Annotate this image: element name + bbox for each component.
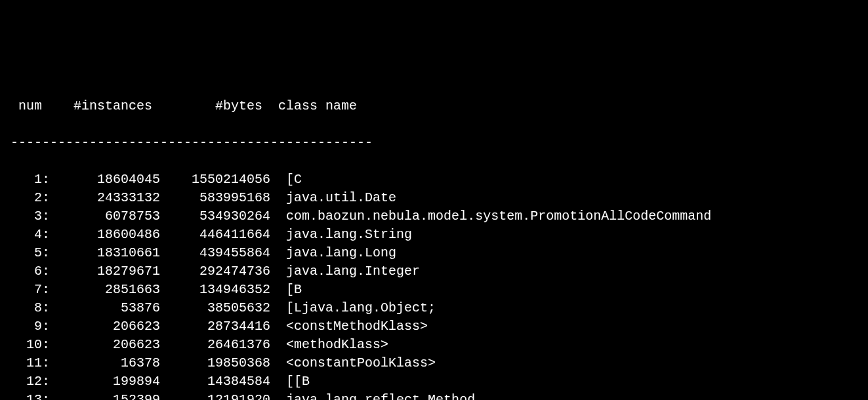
row-bytes: 1550214056 (160, 172, 270, 187)
terminal-output: num #instances #bytes class name -------… (10, 79, 858, 400)
row-classname: <methodKlass> (270, 337, 388, 352)
table-row: 2: 24333132 583995168 java.util.Date (10, 189, 858, 207)
table-row: 11: 16378 19850368 <constantPoolKlass> (10, 354, 858, 372)
table-row: 1: 18604045 1550214056 [C (10, 170, 858, 189)
row-classname: java.lang.reflect.Method (270, 392, 475, 400)
header-bytes: #bytes (152, 98, 262, 113)
row-num: 12: (10, 374, 50, 389)
separator-line: ----------------------------------------… (10, 134, 858, 152)
row-classname: <constantPoolKlass> (270, 355, 436, 370)
row-classname: [C (270, 172, 302, 187)
row-instances: 206623 (50, 337, 160, 352)
table-row: 7: 2851663 134946352 [B (10, 281, 858, 299)
row-bytes: 534930264 (160, 209, 270, 224)
row-num: 2: (10, 190, 50, 205)
row-classname: java.lang.String (270, 227, 412, 242)
row-bytes: 583995168 (160, 190, 270, 205)
table-row: 9: 206623 28734416 <constMethodKlass> (10, 317, 858, 336)
row-num: 13: (10, 392, 50, 400)
table-row: 6: 18279671 292474736 java.lang.Integer (10, 262, 858, 281)
row-classname: [[B (270, 374, 310, 389)
row-num: 1: (10, 172, 50, 187)
row-classname: [B (270, 282, 302, 297)
row-num: 5: (10, 245, 50, 260)
row-bytes: 28734416 (160, 319, 270, 334)
row-instances: 24333132 (50, 190, 160, 205)
row-instances: 6078753 (50, 209, 160, 224)
row-instances: 18604045 (50, 172, 160, 187)
table-row: 12: 199894 14384584 [[B (10, 372, 858, 391)
row-instances: 152399 (50, 392, 160, 400)
row-instances: 16378 (50, 355, 160, 370)
row-bytes: 38505632 (160, 300, 270, 315)
header-num: num (10, 98, 42, 113)
row-bytes: 26461376 (160, 337, 270, 352)
row-instances: 18310661 (50, 245, 160, 260)
row-classname: [Ljava.lang.Object; (270, 300, 436, 315)
table-row: 5: 18310661 439455864 java.lang.Long (10, 244, 858, 262)
row-bytes: 19850368 (160, 355, 270, 370)
row-num: 4: (10, 227, 50, 242)
row-bytes: 446411664 (160, 227, 270, 242)
row-instances: 18600486 (50, 227, 160, 242)
row-classname: java.lang.Long (270, 245, 396, 260)
row-bytes: 439455864 (160, 245, 270, 260)
header-row: num #instances #bytes class name (10, 97, 858, 115)
table-row: 13: 152399 12191920 java.lang.reflect.Me… (10, 391, 858, 400)
data-rows: 1: 18604045 1550214056 [C 2: 24333132 58… (10, 170, 858, 400)
row-classname: <constMethodKlass> (270, 319, 428, 334)
row-classname: com.baozun.nebula.model.system.Promotion… (270, 209, 711, 224)
row-num: 11: (10, 355, 50, 370)
table-row: 3: 6078753 534930264 com.baozun.nebula.m… (10, 207, 858, 226)
row-bytes: 292474736 (160, 264, 270, 279)
row-num: 3: (10, 209, 50, 224)
row-instances: 206623 (50, 319, 160, 334)
row-instances: 2851663 (50, 282, 160, 297)
header-classname: class name (262, 98, 357, 113)
row-bytes: 14384584 (160, 374, 270, 389)
row-instances: 53876 (50, 300, 160, 315)
row-num: 9: (10, 319, 50, 334)
row-instances: 199894 (50, 374, 160, 389)
table-row: 4: 18600486 446411664 java.lang.String (10, 226, 858, 244)
table-row: 10: 206623 26461376 <methodKlass> (10, 336, 858, 354)
row-num: 6: (10, 264, 50, 279)
row-bytes: 134946352 (160, 282, 270, 297)
table-row: 8: 53876 38505632 [Ljava.lang.Object; (10, 299, 858, 317)
row-bytes: 12191920 (160, 392, 270, 400)
row-classname: java.util.Date (270, 190, 396, 205)
row-classname: java.lang.Integer (270, 264, 420, 279)
header-instances: #instances (42, 98, 152, 113)
row-num: 10: (10, 337, 50, 352)
row-instances: 18279671 (50, 264, 160, 279)
row-num: 7: (10, 282, 50, 297)
row-num: 8: (10, 300, 50, 315)
